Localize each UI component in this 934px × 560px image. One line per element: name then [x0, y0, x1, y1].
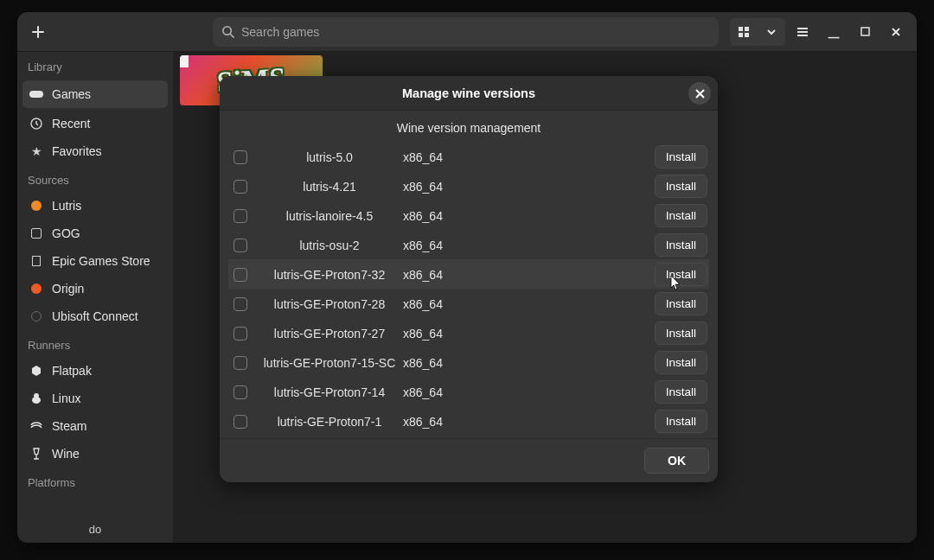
wine-version-arch: x86_64: [403, 209, 489, 223]
wine-version-name: lutris-lanoire-4.5: [256, 209, 403, 223]
install-button[interactable]: Install: [655, 380, 707, 404]
sidebar-item-label: GOG: [52, 226, 80, 240]
steam-icon: [29, 422, 43, 430]
grid-view-icon[interactable]: [730, 18, 758, 46]
view-switcher[interactable]: [730, 18, 785, 46]
epic-icon: [29, 256, 43, 266]
sidebar-item-label: Steam: [52, 419, 86, 433]
lutris-icon: [29, 200, 43, 211]
svg-rect-3: [739, 33, 743, 37]
wine-version-arch: x86_64: [403, 297, 489, 311]
row-checkbox[interactable]: [234, 239, 247, 252]
wine-version-arch: x86_64: [403, 385, 489, 399]
minimize-button[interactable]: _: [820, 18, 848, 46]
svg-rect-4: [745, 33, 749, 37]
add-button[interactable]: [24, 18, 52, 46]
wine-version-arch: x86_64: [403, 150, 489, 164]
sidebar-item-label: Linux: [52, 391, 80, 405]
sidebar-item-epic[interactable]: Epic Games Store: [17, 247, 173, 275]
row-checkbox[interactable]: [234, 297, 247, 311]
wine-version-name: lutris-GE-Proton7-14: [256, 385, 403, 399]
row-checkbox[interactable]: [234, 180, 247, 194]
view-dropdown-icon[interactable]: [758, 18, 785, 46]
row-checkbox[interactable]: [234, 385, 247, 399]
row-checkbox[interactable]: [234, 327, 247, 340]
svg-rect-5: [861, 28, 869, 35]
install-button[interactable]: Install: [655, 351, 707, 374]
sidebar: Library Games Recent ★ Favorites Sources: [17, 52, 173, 543]
search-input[interactable]: [241, 25, 710, 39]
install-button[interactable]: Install: [655, 175, 707, 198]
sidebar-item-steam[interactable]: Steam: [17, 412, 173, 440]
linux-icon: [29, 392, 43, 404]
install-button[interactable]: Install: [655, 233, 707, 257]
search-icon: [221, 25, 234, 38]
wine-version-arch: x86_64: [403, 268, 489, 282]
row-checkbox[interactable]: [234, 356, 247, 370]
close-button[interactable]: [882, 18, 910, 46]
hamburger-menu-icon[interactable]: [789, 18, 816, 46]
install-button[interactable]: Install: [655, 321, 707, 345]
maximize-button[interactable]: [851, 18, 879, 46]
wine-version-row[interactable]: lutris-osu-2x86_64Install: [228, 230, 709, 259]
sidebar-item-label: Favorites: [52, 144, 102, 158]
wine-version-row[interactable]: lutris-5.0x86_64Install: [228, 142, 709, 171]
dialog-header: Manage wine versions: [220, 76, 718, 111]
dialog-footer: OK: [220, 438, 718, 482]
sidebar-section-platforms: Platforms: [17, 468, 173, 494]
titlebar: _: [17, 12, 917, 52]
wine-version-row[interactable]: lutris-GE-Proton7-32x86_64Install: [228, 259, 709, 289]
sidebar-item-ubisoft[interactable]: Ubisoft Connect: [17, 302, 173, 330]
sidebar-item-label: Ubisoft Connect: [52, 309, 138, 323]
row-checkbox[interactable]: [234, 268, 247, 282]
wine-version-arch: x86_64: [403, 415, 489, 429]
dialog-close-button[interactable]: [688, 82, 711, 105]
wine-version-row[interactable]: lutris-lanoire-4.5x86_64Install: [228, 200, 709, 230]
row-checkbox[interactable]: [234, 209, 247, 223]
wine-version-row[interactable]: lutris-4.21x86_64Install: [228, 171, 709, 200]
install-button[interactable]: Install: [655, 145, 707, 169]
wine-version-row[interactable]: lutris-GE-Proton7-15-SCx86_64Install: [228, 347, 709, 377]
wine-version-name: lutris-osu-2: [256, 239, 403, 252]
row-checkbox[interactable]: [234, 415, 247, 429]
titlebar-right: _: [730, 18, 910, 46]
svg-rect-1: [739, 27, 743, 31]
wine-versions-dialog: Manage wine versions Wine version manage…: [220, 76, 718, 482]
wine-version-name: lutris-GE-Proton7-27: [256, 327, 403, 340]
sidebar-item-flatpak[interactable]: Flatpak: [17, 357, 173, 385]
sidebar-section-sources: Sources: [17, 165, 173, 192]
sidebar-item-label: Lutris: [52, 199, 81, 213]
sidebar-item-favorites[interactable]: ★ Favorites: [17, 137, 173, 165]
dialog-subtitle: Wine version management: [220, 111, 718, 142]
row-checkbox[interactable]: [234, 150, 247, 164]
sidebar-item-origin[interactable]: Origin: [17, 275, 173, 302]
bottom-hint: do: [17, 523, 173, 543]
sidebar-item-label: Origin: [52, 282, 84, 296]
wine-version-row[interactable]: lutris-GE-Proton7-27x86_64Install: [228, 318, 709, 347]
ok-button[interactable]: OK: [644, 448, 709, 474]
sidebar-item-wine[interactable]: Wine: [17, 440, 173, 468]
dialog-title: Manage wine versions: [402, 86, 535, 100]
sidebar-item-label: Epic Games Store: [52, 254, 150, 268]
wine-version-name: lutris-GE-Proton7-28: [256, 297, 403, 311]
sidebar-item-games[interactable]: Games: [22, 80, 168, 108]
wine-icon: [29, 448, 43, 460]
wine-version-row[interactable]: lutris-GE-Proton7-14x86_64Install: [228, 377, 709, 406]
gamepad-icon: [29, 89, 43, 99]
wine-version-row[interactable]: lutris-GE-Proton7-1x86_64Install: [228, 406, 709, 436]
ubisoft-icon: [29, 311, 43, 321]
sidebar-item-gog[interactable]: GOG: [17, 220, 173, 247]
sidebar-item-label: Games: [52, 87, 91, 101]
wine-version-row[interactable]: lutris-GE-Proton7-28x86_64Install: [228, 289, 709, 318]
sidebar-item-recent[interactable]: Recent: [17, 110, 173, 137]
install-button[interactable]: Install: [655, 263, 707, 286]
install-button[interactable]: Install: [655, 204, 707, 227]
sidebar-item-linux[interactable]: Linux: [17, 385, 173, 412]
sidebar-item-lutris[interactable]: Lutris: [17, 192, 173, 220]
wine-version-name: lutris-GE-Proton7-32: [256, 268, 403, 282]
sidebar-item-label: Flatpak: [52, 364, 92, 378]
search-field[interactable]: [213, 17, 719, 47]
install-button[interactable]: Install: [655, 292, 707, 315]
clock-icon: [29, 118, 43, 130]
install-button[interactable]: Install: [655, 410, 707, 433]
